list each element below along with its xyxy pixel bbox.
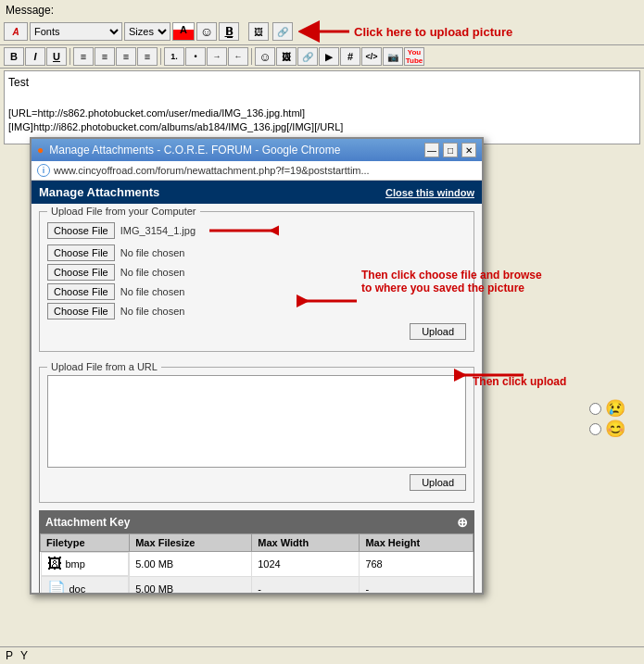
col-maxwidth: Max Width bbox=[252, 534, 360, 552]
modal-header-title: Manage Attachments bbox=[39, 185, 159, 199]
underline-btn[interactable]: U bbox=[46, 47, 67, 66]
photo-btn[interactable]: 📷 bbox=[383, 47, 403, 66]
col-maxsize: Max Filesize bbox=[130, 534, 252, 552]
radio-row-2: 😊 bbox=[589, 419, 625, 439]
close-window-link[interactable]: Close this window bbox=[385, 187, 474, 198]
italic-btn[interactable]: I bbox=[25, 47, 45, 66]
message-label: Message: bbox=[0, 0, 644, 19]
align-left-btn[interactable]: ≡ bbox=[73, 47, 94, 66]
modal-address-bar: i www.cincyoffroad.com/forum/newattachme… bbox=[32, 161, 482, 181]
attachment-key-section: Attachment Key ⊕ Filetype Max Filesize M… bbox=[39, 510, 474, 593]
col-maxheight: Max Height bbox=[360, 534, 474, 552]
file-name-2: No file chosen bbox=[120, 247, 185, 258]
info-icon: i bbox=[37, 164, 50, 177]
status-y: Y bbox=[20, 649, 28, 662]
outdent-btn[interactable]: ← bbox=[228, 47, 248, 66]
bmp-icon: 🖼 bbox=[47, 556, 62, 572]
modal-address: www.cincyoffroad.com/forum/newattachment… bbox=[54, 165, 370, 176]
unordered-list-btn[interactable]: • bbox=[185, 47, 206, 66]
file-row-2: Choose File No file chosen bbox=[47, 244, 466, 261]
choose-file-btn-1[interactable]: Choose File bbox=[47, 222, 115, 239]
cell-height-bmp: 768 bbox=[360, 552, 474, 577]
media-btn[interactable]: ▶ bbox=[319, 47, 339, 66]
separator1 bbox=[69, 48, 70, 65]
close-button[interactable]: ✕ bbox=[461, 143, 476, 157]
cell-size-bmp: 5.00 MB bbox=[130, 552, 252, 577]
doc-icon: 📄 bbox=[47, 580, 66, 593]
text-content: Test bbox=[8, 75, 636, 91]
modal-controls: — □ ✕ bbox=[424, 143, 476, 157]
file-row-1: Choose File IMG_3154_1.jpg bbox=[47, 219, 466, 242]
file-row-5: Choose File No file chosen bbox=[47, 303, 466, 319]
radio-row-1: 😢 bbox=[589, 398, 625, 419]
choose-file-btn-3[interactable]: Choose File bbox=[47, 264, 115, 281]
separator2 bbox=[160, 48, 161, 65]
cell-height-doc: - bbox=[360, 576, 474, 593]
font-icon-btn[interactable]: A bbox=[4, 22, 28, 41]
modal-title-bar: ● Manage Attachments - C.O.R.E. FORUM - … bbox=[32, 139, 482, 161]
right-panel: 😢 😊 bbox=[589, 398, 625, 439]
cell-type-doc: 📄 doc bbox=[41, 576, 130, 593]
upload-url-section: Upload File from a URL Upload bbox=[39, 367, 474, 503]
choose-file-btn-5[interactable]: Choose File bbox=[47, 303, 115, 319]
upload-btn-annotation: Then click upload bbox=[473, 375, 566, 388]
choose-file-arrow-icon bbox=[205, 219, 279, 242]
modal-body: Upload File from your Computer Choose Fi… bbox=[32, 204, 482, 593]
radio-1[interactable] bbox=[589, 403, 601, 415]
hash-btn[interactable]: # bbox=[340, 47, 360, 66]
choose-file-btn-4[interactable]: Choose File bbox=[47, 283, 115, 300]
browser-icon: ● bbox=[37, 144, 44, 157]
align-center-btn[interactable]: ≡ bbox=[95, 47, 115, 66]
separator3 bbox=[251, 48, 252, 65]
ordered-list-btn[interactable]: 1. bbox=[164, 47, 184, 66]
attachment-key-title: Attachment Key bbox=[45, 516, 130, 529]
radio-2[interactable] bbox=[589, 423, 601, 435]
upload-computer-btn[interactable]: Upload bbox=[410, 323, 466, 340]
attachment-key-icon: ⊕ bbox=[457, 515, 468, 530]
smiley-btn[interactable]: ☺ bbox=[255, 47, 275, 66]
choose-file-btn-2[interactable]: Choose File bbox=[47, 244, 115, 261]
file-name-5: No file chosen bbox=[120, 306, 185, 317]
youtube-btn[interactable]: YouTube bbox=[404, 47, 424, 66]
cell-width-bmp: 1024 bbox=[252, 552, 360, 577]
file-row-3: Choose File No file chosen bbox=[47, 264, 466, 281]
bold-btn[interactable]: B bbox=[4, 47, 24, 66]
modal-title: Manage Attachments - C.O.R.E. FORUM - Go… bbox=[49, 144, 340, 157]
emoji-button[interactable]: ☺ bbox=[196, 22, 217, 41]
link-btn[interactable]: 🔗 bbox=[297, 47, 318, 66]
file-name-3: No file chosen bbox=[120, 267, 185, 278]
upload-url-btn[interactable]: Upload bbox=[410, 474, 466, 491]
image-btn[interactable]: 🖼 bbox=[276, 47, 297, 66]
cell-size-doc: 5.00 MB bbox=[130, 576, 252, 593]
toolbar-row2: B I U ≡ ≡ ≡ ≡ 1. • → ← ☺ 🖼 🔗 ▶ # </> 📷 Y… bbox=[0, 45, 644, 69]
status-p: P bbox=[6, 649, 13, 662]
upload-url-legend: Upload File from a URL bbox=[47, 361, 161, 372]
minimize-button[interactable]: — bbox=[424, 143, 439, 157]
align-right-btn[interactable]: ≡ bbox=[116, 47, 136, 66]
modal-header-bar: Manage Attachments Close this window bbox=[32, 181, 482, 204]
font-select[interactable]: Fonts bbox=[30, 22, 122, 41]
message-text-area[interactable]: Test [URL=http://s862.photobucket.com/us… bbox=[4, 70, 640, 144]
file-name-4: No file chosen bbox=[120, 286, 185, 297]
upload-computer-section: Upload File from your Computer Choose Fi… bbox=[39, 211, 474, 352]
cell-type-bmp: 🖼 bmp bbox=[41, 552, 130, 576]
bottom-status-bar: P Y bbox=[0, 646, 644, 664]
upload-computer-legend: Upload File from your Computer bbox=[47, 206, 200, 217]
indent-btn[interactable]: → bbox=[207, 47, 227, 66]
align-justify-btn[interactable]: ≡ bbox=[137, 47, 158, 66]
attachment-key-header: Attachment Key ⊕ bbox=[40, 511, 474, 533]
cell-width-doc: - bbox=[252, 576, 360, 593]
image-insert-btn[interactable]: 🖼 bbox=[248, 22, 269, 41]
upload-annotation: Click here to upload picture bbox=[354, 25, 512, 39]
attachment-table: Filetype Max Filesize Max Width Max Heig… bbox=[40, 533, 474, 593]
size-select[interactable]: Sizes bbox=[124, 22, 170, 41]
maximize-button[interactable]: □ bbox=[443, 143, 458, 157]
emoji-sad: 😢 bbox=[605, 398, 625, 419]
manage-attachments-modal: ● Manage Attachments - C.O.R.E. FORUM - … bbox=[30, 137, 484, 595]
bold-button[interactable]: B̲ bbox=[219, 22, 239, 41]
modal-title-left: ● Manage Attachments - C.O.R.E. FORUM - … bbox=[37, 144, 340, 157]
code-btn[interactable]: </> bbox=[361, 47, 382, 66]
link-insert-btn[interactable]: 🔗 bbox=[272, 22, 293, 41]
color-button[interactable]: A bbox=[172, 22, 195, 41]
url-textarea[interactable] bbox=[47, 375, 466, 468]
